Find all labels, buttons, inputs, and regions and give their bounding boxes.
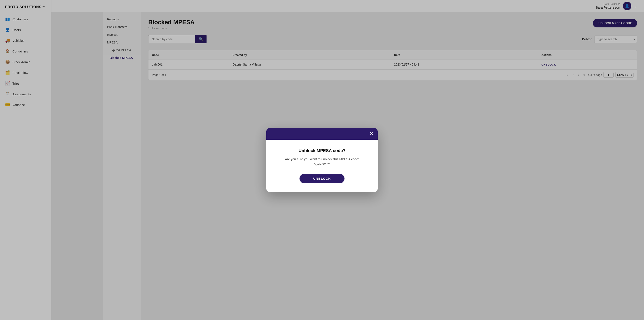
- modal-unblock-button[interactable]: UNBLOCK: [300, 174, 344, 183]
- modal-overlay[interactable]: ✕ Unblock MPESA code? Are you sure you w…: [0, 0, 644, 320]
- modal-message-prefix: Are you sure you want to unblock this MP…: [285, 157, 359, 161]
- modal-header: ✕: [266, 128, 378, 140]
- modal-code-quoted: "gabi001"?: [314, 162, 330, 166]
- modal-message: Are you sure you want to unblock this MP…: [276, 156, 368, 167]
- unblock-modal: ✕ Unblock MPESA code? Are you sure you w…: [266, 128, 378, 192]
- modal-body: Unblock MPESA code? Are you sure you wan…: [266, 140, 378, 192]
- modal-close-button[interactable]: ✕: [370, 132, 374, 136]
- modal-title: Unblock MPESA code?: [276, 148, 368, 153]
